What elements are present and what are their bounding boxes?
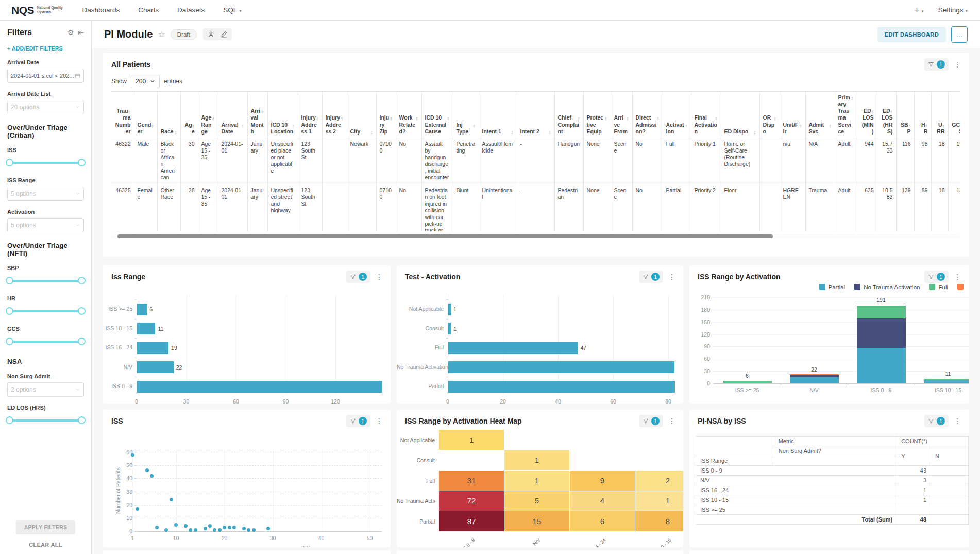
applied-filters-indicator[interactable]: 1 [924, 415, 949, 427]
sort-icon[interactable]: ▲▼ [370, 130, 373, 135]
heatmap-cell[interactable]: 31 [439, 471, 504, 491]
column-header[interactable]: ▲▼Injury Address 1 [298, 92, 322, 138]
heatmap-cell[interactable]: 8 [635, 511, 683, 531]
scatter-point[interactable] [204, 527, 207, 530]
slider-handle-min[interactable] [6, 277, 13, 284]
stacked-bar-segment[interactable] [924, 380, 969, 383]
stacked-bar-segment[interactable] [790, 377, 839, 383]
sort-icon[interactable]: ▲▼ [908, 124, 911, 128]
heatmap-cell[interactable]: 5 [504, 491, 569, 511]
column-header[interactable]: ▲▼GCS [948, 92, 960, 138]
nav-item-sql[interactable]: SQL▾ [223, 6, 242, 14]
edit-pencil-icon[interactable] [221, 31, 227, 38]
kebab-menu-icon[interactable]: ⋮ [954, 60, 961, 69]
column-header[interactable]: ▲▼Intent 2 [517, 92, 554, 138]
slider-handle-max[interactable] [78, 338, 86, 345]
sort-icon[interactable]: ▲▼ [473, 124, 476, 128]
slider-handle-min[interactable] [6, 338, 13, 345]
column-header[interactable]: ▲▼Unit/Flr [780, 92, 805, 138]
entries-select[interactable]: 200 [131, 75, 160, 88]
kebab-menu-icon[interactable]: ⋮ [376, 417, 383, 425]
scatter-point[interactable] [223, 526, 226, 529]
scatter-point[interactable] [150, 474, 154, 478]
pivot-data-row[interactable]: N/V3 [696, 476, 969, 485]
column-header[interactable]: ▲▼Age Range [198, 92, 218, 138]
column-header[interactable]: ▲▼Intent 1 [479, 92, 517, 138]
activation-select[interactable]: 5 options [7, 218, 84, 232]
column-header[interactable]: ▲▼Final Activation [691, 92, 721, 138]
stacked-bar-segment[interactable] [857, 306, 906, 318]
applied-filters-indicator[interactable]: 1 [924, 271, 949, 283]
scatter-point[interactable] [242, 527, 246, 530]
heatmap-cell[interactable]: 9 [570, 471, 635, 491]
bar[interactable] [137, 304, 147, 315]
sort-icon[interactable]: ▲▼ [754, 130, 756, 135]
sort-icon[interactable]: ▲▼ [416, 116, 418, 121]
kebab-menu-icon[interactable]: ⋮ [376, 273, 383, 281]
sort-icon[interactable]: ▲▼ [447, 116, 450, 121]
applied-filters-indicator[interactable]: 1 [639, 271, 663, 283]
favorite-star-icon[interactable]: ☆ [158, 29, 165, 39]
legend-item[interactable]: Partial [819, 284, 846, 290]
column-header[interactable]: ▲▼Primary Trauma Service [835, 92, 857, 138]
column-header[interactable]: ▲▼Injury Address 2 [322, 92, 347, 138]
pivot-data-row[interactable]: ISS 10 - 151 [696, 495, 969, 505]
sort-icon[interactable]: ▲▼ [627, 116, 629, 121]
edit-dashboard-button[interactable]: EDIT DASHBOARD [877, 27, 946, 42]
column-header[interactable]: ▲▼HR [914, 92, 931, 138]
column-header[interactable]: ▲▼Work Related? [396, 92, 421, 138]
column-header[interactable]: ▲▼OR Dispo [759, 92, 780, 138]
column-header[interactable]: ▲▼ICD 10 External Cause [421, 92, 453, 138]
stacked-bar-segment[interactable] [924, 379, 969, 380]
sort-icon[interactable]: ▲▼ [578, 116, 580, 121]
sort-icon[interactable]: ▲▼ [774, 116, 776, 121]
column-header[interactable]: ▲▼Arrival Month [247, 92, 267, 138]
column-header[interactable]: ▲▼Admit Svc [805, 92, 835, 138]
column-header[interactable]: ▲▼Direct Admission? [632, 92, 663, 138]
column-header[interactable]: ▲▼ED LOS (HRS) [877, 92, 896, 138]
column-header[interactable]: ▲▼Race [157, 92, 180, 138]
kebab-menu-icon[interactable]: ⋮ [954, 273, 961, 281]
pivot-data-row[interactable]: ISS >= 25 [696, 505, 969, 515]
column-header[interactable]: ▲▼ICD 10 Location [267, 92, 298, 138]
sort-icon[interactable]: ▲▼ [657, 116, 660, 121]
sort-icon[interactable]: ▲▼ [192, 124, 195, 128]
bar[interactable] [448, 381, 675, 393]
sort-icon[interactable]: ▲▼ [685, 124, 688, 128]
heatmap-cell[interactable]: 2 [635, 471, 683, 491]
clear-all-button[interactable]: CLEAR ALL [0, 542, 91, 548]
column-header[interactable]: ▲▼Age [180, 92, 198, 138]
heatmap-cell[interactable]: 15 [504, 511, 569, 531]
settings-menu[interactable]: Settings▾ [938, 6, 968, 14]
column-header[interactable]: ▲▼Arrival Date [218, 92, 247, 138]
sort-icon[interactable]: ▲▼ [715, 116, 718, 121]
non-surg-admit-select[interactable]: 2 options [7, 382, 84, 397]
arrival-date-input[interactable]: 2024-01-01 ≤ col < 202... [7, 69, 84, 83]
column-header[interactable]: ▲▼Protective Equip [583, 92, 611, 138]
bar[interactable] [137, 361, 174, 373]
sort-icon[interactable]: ▲▼ [151, 124, 154, 128]
nav-item-datasets[interactable]: Datasets [177, 6, 205, 14]
scatter-point[interactable] [228, 526, 231, 529]
heatmap-cell[interactable]: 1 [635, 491, 683, 511]
scatter-point[interactable] [194, 528, 197, 532]
apply-filters-button[interactable]: APPLY FILTERS [16, 520, 76, 534]
hr-slider[interactable] [9, 305, 82, 318]
column-header[interactable]: ▲▼Inj Type [453, 92, 479, 138]
gear-icon[interactable]: ⚙ [67, 28, 74, 37]
heatmap-cell[interactable]: 6 [570, 511, 635, 531]
scatter-point[interactable] [145, 468, 149, 472]
slider-handle-max[interactable] [78, 159, 86, 166]
sort-icon[interactable]: ▲▼ [511, 130, 514, 135]
nav-item-charts[interactable]: Charts [138, 6, 159, 14]
sort-icon[interactable]: ▲▼ [390, 116, 393, 121]
new-plus-button[interactable]: +▾ [915, 6, 924, 15]
slider-handle-min[interactable] [6, 416, 13, 424]
slider-handle-min[interactable] [6, 159, 13, 166]
nav-item-dashboards[interactable]: Dashboards [82, 6, 120, 14]
scatter-point[interactable] [170, 498, 173, 501]
column-header[interactable]: ▲▼Activation [663, 92, 691, 138]
legend-item[interactable] [957, 284, 964, 290]
ed-los-slider[interactable] [9, 414, 82, 427]
kebab-menu-icon[interactable]: ⋮ [668, 273, 676, 281]
